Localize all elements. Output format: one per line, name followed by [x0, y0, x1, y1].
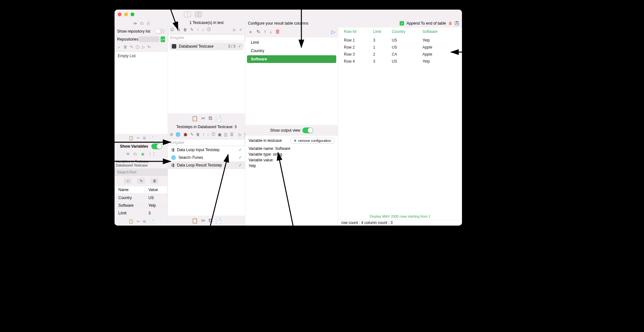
table-row[interactable]: Software Yelp	[115, 202, 167, 209]
close-window-button[interactable]	[118, 12, 122, 16]
add-variable-button[interactable]: ＋	[124, 178, 131, 184]
delete-col-icon[interactable]: 🗑	[275, 29, 280, 35]
variables-header: Variables in Testcase Databased Testcase	[115, 158, 168, 168]
sidebar-toggle-icon[interactable]	[184, 12, 191, 17]
down-icon[interactable]: ↓	[202, 27, 204, 32]
teststep-row[interactable]: ⇶ Data Loop Input Teststep ✓	[168, 146, 245, 154]
refresh-icon[interactable]: ↻	[147, 45, 151, 50]
zoom-window-button[interactable]	[131, 12, 134, 16]
paste-icon[interactable]: 📄	[149, 136, 154, 140]
bug-icon[interactable]: 🐞	[183, 132, 188, 137]
cut-icon[interactable]: ✂	[137, 136, 140, 140]
up3-icon[interactable]: ↑	[264, 29, 266, 35]
table-row[interactable]: Limit 3	[115, 210, 167, 217]
check-all-icon[interactable]: ☑	[171, 27, 174, 32]
panel-toggle-icon[interactable]	[195, 12, 202, 17]
minimize-window-button[interactable]	[124, 12, 128, 16]
paste-icon[interactable]: 📄	[149, 219, 154, 224]
table-row[interactable]: Row 1 3 US Yelp	[344, 37, 456, 43]
export-icon[interactable]	[455, 21, 459, 25]
clipboard-icon[interactable]: 📋	[192, 115, 198, 121]
testcase-search-input[interactable]: Eingabe	[168, 34, 245, 41]
run-testcases-button[interactable]: ▷	[233, 27, 236, 32]
variables-search-input[interactable]: SearchText	[115, 168, 168, 176]
list-item[interactable]: Empty List	[115, 52, 168, 60]
paste-icon[interactable]: 📄	[215, 115, 222, 121]
cut-icon[interactable]: ✂	[201, 115, 205, 121]
table-row[interactable]: Row 4 3 US Yelp	[344, 58, 456, 65]
testcase-row[interactable]: Databased Testcase 3 / 3 ✓	[169, 42, 244, 50]
append-checkbox[interactable]: ✓	[400, 21, 404, 26]
close-icon: ✕	[294, 139, 297, 143]
copy-icon[interactable]: ⧉	[143, 219, 146, 224]
trash2-icon[interactable]: 🗑	[196, 132, 200, 137]
run-teststeps-button[interactable]: ▷	[239, 132, 242, 137]
teststep-row[interactable]: ⇶ Data Loop Result Teststep ✓	[168, 161, 245, 169]
disk-icon[interactable]: ⌸	[147, 21, 149, 26]
clipboard-icon[interactable]: 📋	[129, 136, 133, 140]
list-icon[interactable]: ⋮⋮	[148, 152, 156, 156]
col-header[interactable]: Software	[422, 28, 456, 36]
delete-variable-button[interactable]: 🗑	[151, 178, 158, 184]
folder-icon[interactable]: 🗀	[140, 21, 144, 26]
show-repo-toggle[interactable]	[155, 29, 165, 34]
teststep-search-input[interactable]: Eingabe	[168, 139, 245, 146]
edit-variable-button[interactable]: ✎	[137, 178, 145, 184]
down2-icon[interactable]: ↓	[207, 132, 209, 137]
remove-configuration-button[interactable]: ✕ remove configuration	[290, 138, 335, 144]
show-output-toggle[interactable]	[302, 127, 313, 133]
info2-icon[interactable]: ⓘ	[207, 27, 211, 32]
clear-results-icon[interactable]: 🗑	[449, 21, 452, 26]
edit-icon[interactable]: ✎	[130, 45, 133, 50]
run-config-button[interactable]: ▷	[331, 29, 335, 35]
step-back-icon[interactable]: ⊝	[170, 132, 173, 137]
teststep-row[interactable]: 🌐 Search iTunes ✓	[168, 154, 245, 161]
clipboard-icon[interactable]: 📋	[192, 218, 198, 224]
paste-icon[interactable]: 📄	[215, 218, 222, 224]
clipboard-icon[interactable]: 📋	[129, 219, 133, 224]
show-variables-toggle[interactable]	[151, 143, 162, 149]
square2-icon[interactable]: ◫	[224, 132, 227, 137]
check-circle-icon[interactable]: ◉	[141, 152, 144, 156]
trash-icon[interactable]: 🗑	[123, 45, 127, 50]
add-icon[interactable]: ＋	[117, 45, 121, 50]
var-scope-label: Variable in testcase	[249, 138, 282, 143]
play-icon[interactable]: ▷	[142, 45, 145, 50]
edit3-icon[interactable]: ✎	[190, 132, 194, 137]
add-col-icon[interactable]: ＋	[248, 29, 253, 35]
copy-icon[interactable]: ⧉	[209, 115, 212, 121]
copy2-icon[interactable]: ⧉	[177, 27, 180, 32]
down3-icon[interactable]: ↓	[269, 29, 272, 35]
folder2-icon[interactable]: 🗀	[133, 152, 137, 156]
copy-icon[interactable]: ⧉	[143, 136, 146, 140]
repositories-stepper[interactable]: ▲▼	[161, 36, 165, 42]
speaker-icon[interactable]: 🕪	[133, 21, 137, 26]
copy-icon[interactable]: ⧉	[209, 218, 212, 224]
cut-icon[interactable]: ✂	[201, 218, 205, 224]
config-item[interactable]: Limit	[247, 39, 336, 46]
config-item[interactable]: Country	[247, 47, 336, 55]
edit2-icon[interactable]: ✎	[190, 27, 194, 32]
edit-col-icon[interactable]: ✎	[256, 29, 260, 35]
col-header[interactable]: Row Nr	[344, 28, 372, 36]
config-item[interactable]: Software	[247, 55, 336, 63]
loop-icon: ⇶	[171, 148, 174, 152]
repositories-select[interactable]	[139, 36, 159, 42]
list2-icon[interactable]: ☰	[230, 132, 234, 137]
col-header[interactable]: Limit	[373, 28, 391, 36]
table-row[interactable]: Country US	[115, 194, 167, 201]
table-row[interactable]: Row 2 1 US Apple	[344, 44, 456, 50]
table-row[interactable]: Row 3 2 CA Apple	[344, 51, 456, 58]
repo-list: Empty List	[115, 51, 168, 134]
info-icon[interactable]: ⓘ	[136, 45, 139, 50]
info3-icon[interactable]: ⓘ	[211, 132, 215, 137]
up2-icon[interactable]: ↑	[203, 132, 204, 137]
delete-icon[interactable]: 🗑	[183, 27, 187, 32]
col-header[interactable]: Country	[392, 28, 422, 36]
square-icon[interactable]: ▣	[218, 132, 221, 137]
status-check-icon: ✓	[239, 27, 242, 32]
mail-icon[interactable]: ✉	[126, 152, 130, 156]
up-icon[interactable]: ↑	[197, 27, 199, 32]
cut-icon[interactable]: ✂	[137, 219, 140, 224]
globe-icon[interactable]: 🌐	[176, 132, 180, 137]
